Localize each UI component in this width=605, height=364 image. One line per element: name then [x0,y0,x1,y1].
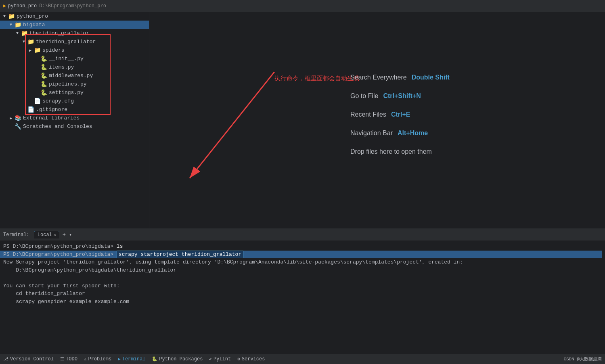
tree-item-gitignore[interactable]: 📄 .gitignore [0,105,149,114]
terminal-tabs: Terminal: Local ✕ + ▾ [0,229,605,241]
git-file-icon: 📄 [27,106,34,113]
tree-label: .gitignore [36,107,67,113]
terminal-add-button[interactable]: + [61,232,67,238]
project-folder-icon: ▶ [3,3,6,9]
shortcut-recent: Recent Files Ctrl+E [350,111,450,118]
tree-item-init-py[interactable]: 🐍 __init__.py [0,54,149,63]
shortcut-label-drop: Drop files here to open them [350,148,432,155]
status-version-control[interactable]: ⎇ Version Control [3,356,54,362]
git-status-icon: ⎇ [3,356,8,362]
shortcut-key-recent: Ctrl+E [391,111,410,118]
status-todo[interactable]: ☰ TODO [60,356,77,362]
terminal-content[interactable]: PS D:\BCprogram\python_pro\bigdata> ls P… [0,241,605,354]
terminal-line-7: cd theridion_grallator [3,290,602,298]
pylint-icon: ✔ [209,356,212,362]
terminal-line-8: scrapy genspider example example.com [3,298,602,306]
terminal-line-3: New Scrapy project 'theridion_grallator'… [3,258,602,266]
terminal-down-icon[interactable]: ▾ [69,232,72,237]
project-name: python_pro [8,3,37,9]
py-file-icon: 🐍 [40,64,47,71]
shortcut-label-goto: Go to File [350,92,378,100]
tree-label: bigdata [23,22,45,28]
tree-item-bigdata[interactable]: ▼ 📁 bigdata [0,21,149,29]
terminal-tab-local[interactable]: Local ✕ [34,231,59,238]
tree-item-scrapy-cfg[interactable]: 📄 scrapy.cfg [0,97,149,105]
status-label-vc: Version Control [10,356,54,362]
tree-item-theridion1[interactable]: ▼ 📁 theridion_grallator [0,29,149,38]
shortcut-key-navbar: Alt+Home [398,130,428,137]
status-left: ⎇ Version Control ☰ TODO ⚠ Problems ▶ Te… [3,356,265,362]
tree-label: External Libraries [23,115,80,121]
tree-label: middlewares.py [49,73,93,79]
status-problems[interactable]: ⚠ Problems [84,356,111,362]
terminal-output-4: D:\BCprogram\python_pro\bigdata\theridio… [3,267,176,273]
tree-arrow: ▶ [29,48,34,53]
tree-label: spiders [42,47,65,53]
terminal-prompt-2: PS D:\BCprogram\python_pro\bigdata> [3,251,117,257]
terminal-label: Terminal: [3,232,29,238]
terminal-output-8: scrapy genspider example example.com [3,299,129,305]
terminal-cmd: ls [117,243,123,249]
status-label-problems: Problems [88,356,111,362]
tree-item-theridion2[interactable]: ▼ 📁 theridion_grallator [0,38,149,46]
status-terminal[interactable]: ▶ Terminal [118,356,145,362]
terminal-line-4: D:\BCprogram\python_pro\bigdata\theridio… [3,266,602,274]
main-area: ▼ 📁 python_pro ▼ 📁 bigdata ▼ 📁 theridion… [0,12,605,228]
tree-label: scrapy.cfg [42,98,74,104]
sidebar: ▼ 📁 python_pro ▼ 📁 bigdata ▼ 📁 theridion… [0,12,149,228]
terminal-tab-label: Local [38,232,52,238]
tree-item-scratches[interactable]: 🔧 Scratches and Consoles [0,122,149,131]
tree-item-external-libraries[interactable]: ▶ 📚 External Libraries [0,114,149,122]
tree-label: __init__.py [49,56,84,62]
terminal-output-3: New Scrapy project 'theridion_grallator'… [3,259,463,265]
py-file-icon: 🐍 [40,55,47,62]
tree-item-python-pro[interactable]: ▼ 📁 python_pro [0,12,149,21]
terminal-line-6: You can start your first spider with: [3,282,602,290]
py-file-icon: 🐍 [40,81,47,88]
tree-label: theridion_grallator [29,30,89,36]
shortcut-key-goto: Ctrl+Shift+N [383,92,421,100]
folder-icon: 📁 [27,38,34,45]
terminal-area: Terminal: Local ✕ + ▾ PS D:\BCprogram\py… [0,228,605,354]
tree-arrow: ▼ [23,40,27,44]
status-python-packages[interactable]: 🐍 Python Packages [152,356,203,362]
shortcut-search: Search Everywhere Double Shift [350,74,450,81]
tree-item-settings-py[interactable]: 🐍 settings.py [0,88,149,97]
tree-arrow: ▼ [10,23,15,27]
tree-item-pipelines-py[interactable]: 🐍 pipelines.py [0,80,149,88]
tree-label: theridion_grallator [36,39,96,45]
title-bar: ▶ python_pro D:\BCprogram\python_pro [0,0,605,12]
status-pylint[interactable]: ✔ Pylint [209,356,231,362]
status-label-pylint: Pylint [214,356,231,362]
project-path: D:\BCprogram\python_pro [39,3,106,9]
terminal-output-6: You can start your first spider with: [3,283,120,289]
tree-arrow: ▼ [16,31,21,36]
python-packages-icon: 🐍 [152,356,157,362]
tree-label: pipelines.py [49,81,87,87]
welcome-content: Search Everywhere Double Shift Go to Fil… [350,74,450,167]
tree-item-middlewares-py[interactable]: 🐍 middlewares.py [0,71,149,80]
folder-icon: 📁 [21,30,28,37]
terminal-line-1: PS D:\BCprogram\python_pro\bigdata> ls [3,243,602,251]
tree-item-spiders[interactable]: ▶ 📁 spiders [0,46,149,54]
terminal-line-5 [3,274,602,282]
cfg-file-icon: 📄 [34,98,41,105]
status-services[interactable]: ⚙ Services [237,356,265,362]
status-bar: ⎇ Version Control ☰ TODO ⚠ Problems ▶ Te… [0,354,605,364]
tree-arrow: ▶ [10,116,15,121]
todo-icon: ☰ [60,356,64,362]
tree-label: python_pro [17,13,48,19]
tree-label: settings.py [49,90,84,96]
shortcut-goto: Go to File Ctrl+Shift+N [350,92,450,100]
terminal-close-icon[interactable]: ✕ [54,232,56,237]
ext-lib-icon: 📚 [15,115,21,121]
tree-item-items-py[interactable]: 🐍 items.py [0,63,149,71]
status-right: CSDN @大数据点滴 [563,356,602,362]
terminal-cmd-2: scrapy startproject theridion_grallator [117,251,243,258]
folder-icon: 📁 [8,13,15,20]
status-right-text: CSDN @大数据点滴 [563,357,602,362]
terminal-prompt: PS D:\BCprogram\python_pro\bigdata> [3,243,117,249]
svg-line-1 [190,72,274,178]
shortcut-navbar: Navigation Bar Alt+Home [350,130,450,137]
py-file-icon: 🐍 [40,72,47,79]
